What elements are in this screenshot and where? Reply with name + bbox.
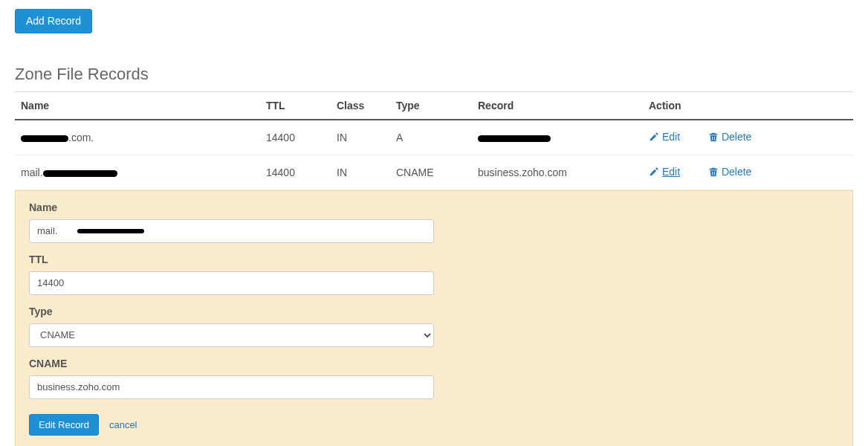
edit-label: Edit	[662, 166, 680, 178]
edit-label: Edit	[662, 131, 680, 143]
pencil-icon	[649, 132, 659, 142]
col-header-record: Record	[472, 91, 643, 120]
section-title: Zone File Records	[15, 65, 853, 84]
redacted-text	[21, 135, 68, 142]
name-prefix: mail.	[21, 167, 43, 178]
col-header-type: Type	[390, 91, 472, 120]
cell-record	[472, 120, 643, 155]
cname-label: CNAME	[29, 358, 839, 369]
ttl-input[interactable]	[29, 271, 434, 295]
pencil-icon	[649, 167, 659, 177]
col-header-name: Name	[15, 91, 260, 120]
cell-ttl: 14400	[260, 120, 331, 155]
cell-ttl: 14400	[260, 155, 331, 190]
cname-input[interactable]	[29, 375, 434, 399]
form-actions: Edit Record cancel	[29, 414, 839, 436]
cell-record: business.zoho.com	[472, 155, 643, 190]
col-header-class: Class	[331, 91, 390, 120]
add-record-button[interactable]: Add Record	[15, 9, 92, 33]
table-row: mail. 14400 IN CNAME business.zoho.com E…	[15, 155, 853, 190]
col-header-action: Action	[643, 91, 853, 120]
redacted-text	[478, 135, 551, 142]
cell-class: IN	[331, 120, 390, 155]
cell-action: Edit Delete	[643, 120, 853, 155]
name-label: Name	[29, 201, 839, 213]
type-label: Type	[29, 306, 839, 317]
cell-name: .com.	[15, 120, 260, 155]
delete-link[interactable]: Delete	[708, 166, 751, 178]
edit-link[interactable]: Edit	[649, 166, 680, 178]
trash-icon	[708, 132, 719, 142]
trash-icon	[708, 167, 719, 177]
edit-record-submit-button[interactable]: Edit Record	[29, 414, 99, 436]
ttl-label: TTL	[29, 253, 839, 265]
delete-link[interactable]: Delete	[708, 131, 751, 143]
cell-action: Edit Delete	[643, 155, 853, 190]
type-select[interactable]: CNAME	[29, 323, 434, 347]
cell-class: IN	[331, 155, 390, 190]
table-header-row: Name TTL Class Type Record Action	[15, 91, 853, 120]
cancel-link[interactable]: cancel	[109, 419, 137, 430]
delete-label: Delete	[722, 166, 751, 178]
redacted-text	[43, 170, 117, 177]
name-suffix: .com.	[68, 132, 94, 143]
cell-name: mail.	[15, 155, 260, 190]
cell-type: A	[390, 120, 472, 155]
cell-type: CNAME	[390, 155, 472, 190]
records-table: Name TTL Class Type Record Action .com. …	[15, 91, 853, 190]
edit-link[interactable]: Edit	[649, 131, 680, 143]
col-header-ttl: TTL	[260, 91, 331, 120]
edit-record-panel: Name TTL Type CNAME CNAME Edit Record ca…	[15, 190, 853, 446]
name-input[interactable]	[29, 219, 434, 243]
table-row: .com. 14400 IN A Edit	[15, 120, 853, 155]
delete-label: Delete	[722, 131, 751, 143]
